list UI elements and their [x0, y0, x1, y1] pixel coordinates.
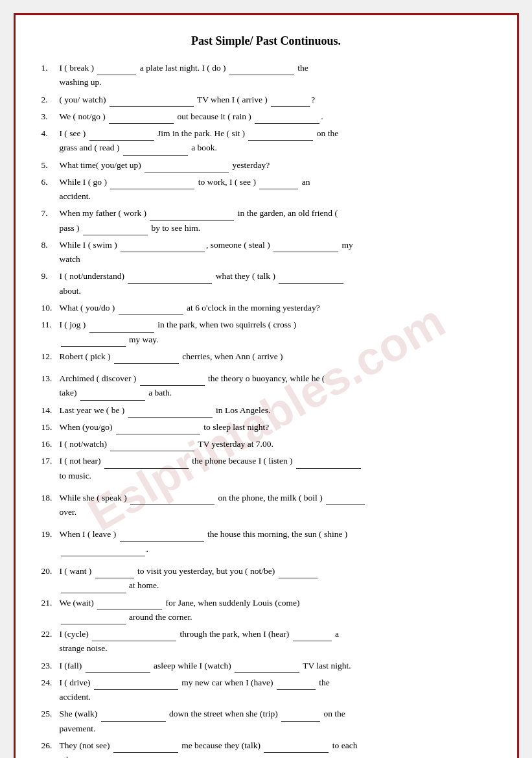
blank[interactable] [61, 584, 126, 593]
num-20: 20. [41, 564, 60, 578]
blank[interactable] [273, 243, 338, 252]
ex26-cont: other. [41, 753, 491, 758]
blank[interactable] [277, 681, 316, 690]
ex23-text: I (fall) asleep while I (watch) TV last … [60, 659, 351, 673]
blank[interactable] [61, 615, 126, 624]
blank[interactable] [255, 115, 319, 124]
blank[interactable] [97, 66, 136, 75]
blank[interactable] [61, 338, 126, 347]
blank[interactable] [128, 409, 213, 418]
blank[interactable] [110, 180, 194, 189]
exercise-25: 25. She (walk) down the street when she … [41, 707, 491, 736]
ex19-cont: . [41, 542, 491, 556]
blank[interactable] [86, 664, 150, 673]
blank[interactable] [116, 425, 200, 434]
num-2: 2. [41, 93, 60, 107]
blank[interactable] [113, 744, 178, 753]
ex4-text: I ( see ) Jim in the park. He ( sit ) on… [60, 126, 339, 141]
blank[interactable] [296, 460, 361, 469]
blank[interactable] [150, 212, 234, 221]
ex24-text: I ( drive) my new car when I (have) the [60, 676, 330, 690]
ex16-text: I ( not/watch) TV yesterday at 7.00. [60, 437, 273, 451]
blank[interactable] [89, 132, 154, 141]
blank[interactable] [293, 632, 332, 641]
blank[interactable] [229, 66, 294, 75]
exercise-10: 10. What ( you/do ) at 6 o'clock in the … [41, 301, 491, 315]
num-7: 7. [41, 206, 60, 220]
num-16: 16. [41, 437, 60, 451]
blank[interactable] [235, 664, 299, 673]
blank[interactable] [259, 180, 298, 189]
blank[interactable] [140, 377, 205, 386]
blank[interactable] [80, 392, 145, 401]
exercise-15: 15. When (you/go) to sleep last night? [41, 420, 491, 434]
exercise-4: 4. I ( see ) Jim in the park. He ( sit )… [41, 126, 491, 156]
num-12: 12. [41, 349, 60, 364]
exercise-19: 19. When I ( leave ) the house this morn… [41, 527, 491, 556]
blank[interactable] [109, 115, 174, 124]
blank[interactable] [279, 275, 343, 284]
num-23: 23. [41, 659, 60, 673]
blank[interactable] [95, 569, 134, 578]
ex13-text: Archimed ( discover ) the theory o buoya… [60, 372, 325, 386]
worksheet-page: Eslprintables.com Past Simple/ Past Cont… [14, 13, 519, 758]
exercise-1: 1. I ( break ) a plate last night. I ( d… [41, 61, 491, 90]
blank[interactable] [92, 632, 176, 641]
blank[interactable] [120, 533, 204, 542]
blank[interactable] [89, 324, 154, 333]
exercise-14: 14. Last year we ( be ) in Los Angeles. [41, 403, 491, 418]
ex3-text: We ( not/go ) out because it ( rain ) . [60, 110, 323, 124]
blank[interactable] [110, 98, 194, 107]
exercise-12: 12. Robert ( pick ) cherries, when Ann (… [41, 349, 491, 364]
num-10: 10. [41, 301, 60, 315]
num-8: 8. [41, 238, 60, 252]
blank[interactable] [264, 744, 329, 753]
blank[interactable] [110, 442, 194, 451]
blank[interactable] [123, 147, 188, 156]
blank[interactable] [326, 496, 365, 505]
num-19: 19. [41, 527, 60, 541]
blank[interactable] [94, 681, 178, 690]
num-6: 6. [41, 175, 60, 189]
ex13-cont: take) a bath. [41, 386, 491, 400]
blank[interactable] [83, 226, 148, 235]
blank[interactable] [121, 243, 205, 252]
blank[interactable] [128, 275, 212, 284]
blank[interactable] [271, 98, 310, 107]
blank[interactable] [101, 713, 166, 722]
ex20-cont: at home. [41, 578, 491, 593]
ex12-text: Robert ( pick ) cherries, when Ann ( arr… [60, 349, 283, 364]
exercise-16: 16. I ( not/watch) TV yesterday at 7.00. [41, 437, 491, 451]
exercise-18: 18. While she ( speak ) on the phone, th… [41, 491, 491, 520]
ex11-cont: my way. [41, 333, 491, 347]
blank[interactable] [279, 569, 318, 578]
blank[interactable] [145, 163, 229, 172]
blank[interactable] [114, 355, 179, 364]
num-17: 17. [41, 454, 60, 468]
blank[interactable] [61, 547, 145, 556]
ex18-cont: over. [41, 505, 491, 519]
blank[interactable] [104, 460, 189, 469]
page-content: Past Simple/ Past Continuous. 1. I ( bre… [41, 34, 491, 758]
blank[interactable] [97, 601, 162, 610]
blank[interactable] [130, 496, 214, 505]
ex8-cont: watch [41, 252, 491, 266]
num-1: 1. [41, 61, 60, 75]
blank[interactable] [119, 306, 183, 315]
blank[interactable] [281, 713, 320, 722]
ex11-text: I ( jog ) in the park, when two squirrel… [60, 318, 297, 332]
ex14-text: Last year we ( be ) in Los Angeles. [60, 403, 271, 418]
num-21: 21. [41, 596, 60, 610]
num-11: 11. [41, 318, 60, 332]
exercise-9: 9. I ( not/understand) what they ( talk … [41, 269, 491, 298]
page-title: Past Simple/ Past Continuous. [41, 34, 491, 48]
num-5: 5. [41, 158, 60, 172]
ex17-text: I ( not hear) the phone because I ( list… [60, 454, 362, 468]
exercise-13: 13. Archimed ( discover ) the theory o b… [41, 372, 491, 401]
ex7-text: When my father ( work ) in the garden, a… [60, 206, 338, 220]
ex1-cont: washing up. [41, 75, 491, 89]
blank[interactable] [248, 132, 313, 141]
exercise-22: 22. I (cycle) through the park, when I (… [41, 627, 491, 656]
exercises-list: 1. I ( break ) a plate last night. I ( d… [41, 61, 491, 758]
exercise-23: 23. I (fall) asleep while I (watch) TV l… [41, 659, 491, 673]
